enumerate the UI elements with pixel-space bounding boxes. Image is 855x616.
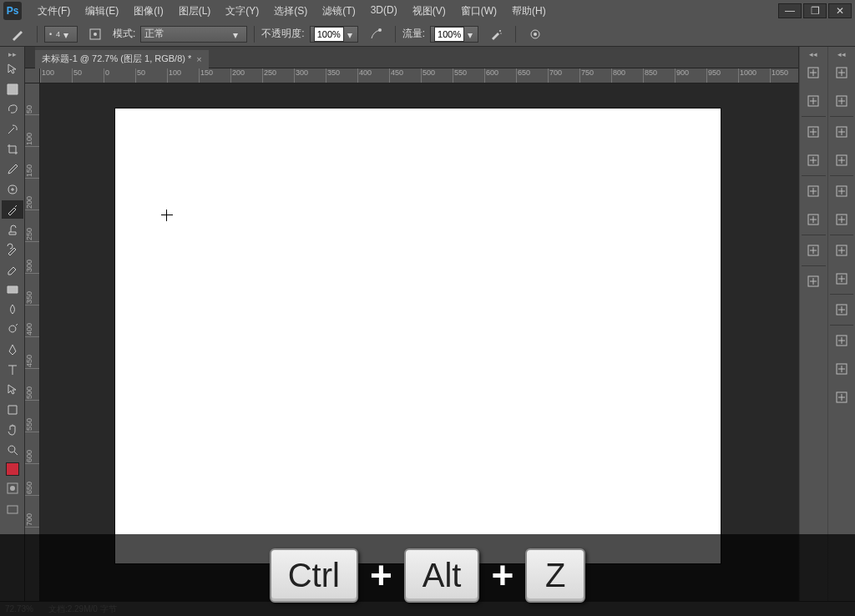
quick-mask-icon[interactable] — [2, 479, 23, 497]
divider — [515, 26, 516, 43]
kuler-icon[interactable] — [830, 268, 853, 290]
ruler-tick: 650 — [516, 68, 548, 83]
current-tool-preset-icon[interactable] — [5, 25, 30, 43]
dodge-tool[interactable] — [2, 321, 23, 339]
styles-icon[interactable] — [830, 240, 853, 261]
ruler-tick: 100 — [25, 115, 39, 147]
type-tool[interactable] — [2, 361, 23, 379]
brush-tool[interactable] — [2, 200, 23, 219]
menu-item[interactable]: 3D(D) — [363, 4, 405, 18]
color-icon[interactable] — [830, 180, 853, 202]
eyedropper-tool[interactable] — [2, 160, 23, 179]
foreground-color-swatch[interactable] — [6, 462, 19, 476]
menu-item[interactable]: 编辑(E) — [78, 4, 126, 18]
brush-presets-icon[interactable] — [802, 149, 825, 171]
ruler-tick: 700 — [25, 496, 39, 528]
plus-icon: + — [491, 553, 514, 598]
document-tab[interactable]: 未标题-1 @ 72.7% (图层 1, RGB/8) * × — [35, 50, 209, 68]
airbrush-icon[interactable] — [483, 25, 508, 43]
menu-item[interactable]: 滤镜(T) — [315, 4, 362, 18]
ruler-tick: 250 — [262, 68, 294, 83]
close-tab-icon[interactable]: × — [196, 54, 201, 64]
blend-mode-dropdown[interactable]: 正常 ▾ — [140, 26, 247, 43]
pressure-opacity-icon[interactable] — [363, 25, 388, 43]
channels-icon[interactable] — [830, 358, 853, 380]
canvas[interactable] — [115, 109, 721, 563]
swatches-icon[interactable] — [830, 209, 853, 230]
pressure-size-icon[interactable] — [523, 25, 548, 43]
vertical-ruler[interactable]: 5010015020025030035040045050055060065070… — [25, 83, 40, 601]
zoom-tool[interactable] — [2, 441, 23, 459]
hand-tool[interactable] — [2, 421, 23, 439]
3d-panel-icon[interactable] — [830, 62, 853, 83]
quick-select-tool[interactable] — [2, 120, 23, 139]
maximize-button[interactable]: ❐ — [803, 3, 827, 18]
move-tool[interactable] — [2, 60, 23, 78]
left-toolbar: ▸▸ — [0, 47, 25, 601]
panel-collapse-handle[interactable]: ◂◂ — [800, 50, 827, 58]
ruler-tick: 200 — [25, 179, 39, 210]
shape-tool[interactable] — [2, 401, 23, 419]
minimize-button[interactable]: — — [778, 3, 802, 18]
shortcut-overlay: Ctrl + Alt + Z — [0, 534, 855, 616]
right-panel-dock: ◂◂ ◂◂ — [798, 47, 855, 601]
brush-panel-toggle-icon[interactable] — [83, 25, 108, 43]
menu-item[interactable]: 图像(I) — [126, 4, 170, 18]
adjustments-icon[interactable] — [830, 299, 853, 321]
eraser-tool[interactable] — [2, 260, 23, 279]
panel-collapse-handle[interactable]: ◂◂ — [828, 50, 856, 58]
3d-materials-icon[interactable] — [830, 149, 853, 171]
key-ctrl: Ctrl — [270, 548, 358, 603]
marquee-tool[interactable] — [2, 80, 23, 98]
pen-tool[interactable] — [2, 341, 23, 359]
menu-item[interactable]: 文字(Y) — [218, 4, 266, 18]
character-icon[interactable] — [802, 180, 825, 202]
menu-item[interactable]: 窗口(W) — [453, 4, 504, 18]
paragraph-icon[interactable] — [802, 209, 825, 230]
menu-item[interactable]: 帮助(H) — [504, 4, 554, 18]
actions-icon[interactable] — [802, 90, 825, 112]
opacity-dropdown[interactable]: 100% ▾ — [310, 26, 358, 43]
menu-item[interactable]: 选择(S) — [266, 4, 315, 18]
horizontal-ruler[interactable]: 1005005010015020025030035040045050055060… — [40, 68, 798, 83]
screen-mode-icon[interactable] — [2, 501, 23, 519]
canvas-background[interactable] — [40, 83, 798, 601]
ruler-tick: 350 — [25, 274, 39, 305]
menu-item[interactable]: 图层(L) — [171, 4, 219, 18]
menu-item[interactable]: 文件(F) — [30, 4, 78, 18]
layers-panel-icon[interactable] — [802, 270, 825, 292]
panel-column-2: ◂◂ — [827, 47, 856, 601]
spot-heal-tool[interactable] — [2, 180, 23, 199]
plus-icon: + — [370, 553, 392, 598]
ruler-tick: 100 — [167, 68, 199, 83]
info-icon[interactable] — [830, 121, 853, 143]
lasso-tool[interactable] — [2, 100, 23, 119]
crop-tool[interactable] — [2, 140, 23, 159]
blur-tool[interactable] — [2, 300, 23, 319]
history-icon[interactable] — [802, 62, 825, 83]
navigator-icon[interactable] — [802, 240, 825, 261]
layers-icon[interactable] — [830, 330, 853, 351]
toolbar-collapse-handle[interactable]: ▸▸ — [0, 50, 24, 58]
key-z: Z — [525, 548, 585, 603]
window-controls: — ❐ ✕ — [778, 3, 852, 18]
properties-icon[interactable] — [802, 121, 825, 143]
ruler-tick: 50 — [25, 83, 39, 115]
app-logo-text: Ps — [7, 5, 19, 17]
svg-point-4 — [500, 33, 501, 33]
mode-label: 模式: — [113, 27, 135, 41]
ruler-tick: 100 — [40, 68, 72, 83]
history-brush-tool[interactable] — [2, 240, 23, 259]
menubar: Ps 文件(F)编辑(E)图像(I)图层(L)文字(Y)选择(S)滤镜(T)3D… — [0, 0, 855, 22]
histogram-icon[interactable] — [830, 90, 853, 112]
menu-item[interactable]: 视图(V) — [405, 4, 453, 18]
brush-preset-picker[interactable]: • 4 ▾ — [44, 26, 78, 43]
paths-icon[interactable] — [830, 386, 853, 408]
app-logo[interactable]: Ps — [3, 2, 22, 20]
clone-stamp-tool[interactable] — [2, 220, 23, 239]
path-select-tool[interactable] — [2, 381, 23, 399]
close-window-button[interactable]: ✕ — [828, 3, 852, 18]
gradient-tool[interactable] — [2, 280, 23, 299]
ruler-origin[interactable] — [25, 68, 40, 83]
flow-dropdown[interactable]: 100% ▾ — [430, 26, 478, 43]
